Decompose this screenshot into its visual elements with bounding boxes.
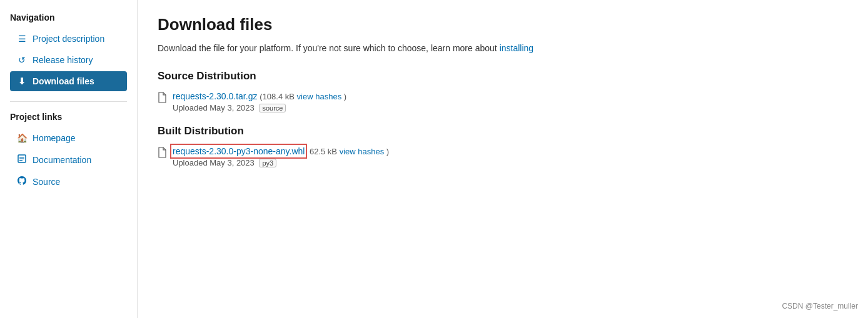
built-dist-file-entry: requests-2.30.0-py3-none-any.whl 62.5 kB… <box>158 146 848 167</box>
source-dist-file-entry: requests-2.30.0.tar.gz (108.4 kB view ha… <box>158 91 848 112</box>
file-icon <box>158 147 166 161</box>
source-distribution-section: Source Distribution requests-2.30.0.tar.… <box>158 70 848 112</box>
built-dist-file-line: requests-2.30.0-py3-none-any.whl 62.5 kB… <box>173 146 389 156</box>
built-dist-size: 62.5 kB view hashes ) <box>307 147 389 156</box>
docs-icon <box>16 154 28 165</box>
built-dist-tag: py3 <box>259 159 276 167</box>
svg-rect-2 <box>19 159 24 159</box>
built-dist-title: Built Distribution <box>158 125 848 137</box>
sidebar-item-release-history[interactable]: ↺ Release history <box>10 50 127 70</box>
sidebar-item-download-files[interactable]: ⬇ Download files <box>10 71 127 91</box>
source-dist-file-link[interactable]: requests-2.30.0.tar.gz <box>173 91 257 101</box>
sidebar-item-label: Download files <box>33 76 94 86</box>
sidebar: Navigation ☰ Project description ↺ Relea… <box>0 0 138 318</box>
source-dist-file-info: requests-2.30.0.tar.gz (108.4 kB view ha… <box>173 91 346 112</box>
svg-rect-1 <box>19 157 24 157</box>
svg-rect-3 <box>19 160 23 161</box>
source-dist-size: (108.4 kB view hashes ) <box>260 92 346 101</box>
sidebar-item-label: Source <box>33 177 60 187</box>
menu-icon: ☰ <box>16 34 28 44</box>
built-dist-upload-info: Uploaded May 3, 2023 py3 <box>173 158 389 167</box>
sidebar-item-label: Project description <box>33 34 104 44</box>
sidebar-item-label: Documentation <box>33 155 91 165</box>
source-dist-title: Source Distribution <box>158 70 848 82</box>
source-dist-upload-info: Uploaded May 3, 2023 source <box>173 103 346 112</box>
main-content: Download files Download the file for you… <box>138 0 868 318</box>
intro-paragraph: Download the file for your platform. If … <box>158 42 848 55</box>
sidebar-divider <box>10 101 127 102</box>
built-dist-file-info: requests-2.30.0-py3-none-any.whl 62.5 kB… <box>173 146 389 167</box>
source-dist-view-hashes[interactable]: view hashes <box>297 92 342 101</box>
built-distribution-section: Built Distribution requests-2.30.0-py3-n… <box>158 125 848 167</box>
sidebar-item-source[interactable]: Source <box>10 171 127 192</box>
sidebar-item-label: Release history <box>33 55 93 65</box>
file-icon <box>158 92 166 106</box>
source-dist-tag: source <box>259 104 286 112</box>
links-section-title: Project links <box>10 112 127 122</box>
source-dist-file-line: requests-2.30.0.tar.gz (108.4 kB view ha… <box>173 91 346 101</box>
page-title: Download files <box>158 15 848 34</box>
sidebar-item-documentation[interactable]: Documentation <box>10 149 127 170</box>
sidebar-item-label: Homepage <box>33 133 76 143</box>
intro-text-body: Download the file for your platform. If … <box>158 43 497 53</box>
sidebar-item-homepage[interactable]: 🏠 Homepage <box>10 128 127 148</box>
built-dist-file-link[interactable]: requests-2.30.0-py3-none-any.whl <box>173 146 305 156</box>
installing-link[interactable]: installing <box>500 43 533 53</box>
history-icon: ↺ <box>16 55 28 65</box>
github-icon <box>16 176 28 187</box>
nav-section-title: Navigation <box>10 12 127 22</box>
home-icon: 🏠 <box>16 133 28 143</box>
built-dist-view-hashes[interactable]: view hashes <box>340 147 385 156</box>
sidebar-item-project-description[interactable]: ☰ Project description <box>10 29 127 49</box>
download-icon: ⬇ <box>16 76 28 86</box>
watermark: CSDN @Tester_muller <box>782 302 858 311</box>
